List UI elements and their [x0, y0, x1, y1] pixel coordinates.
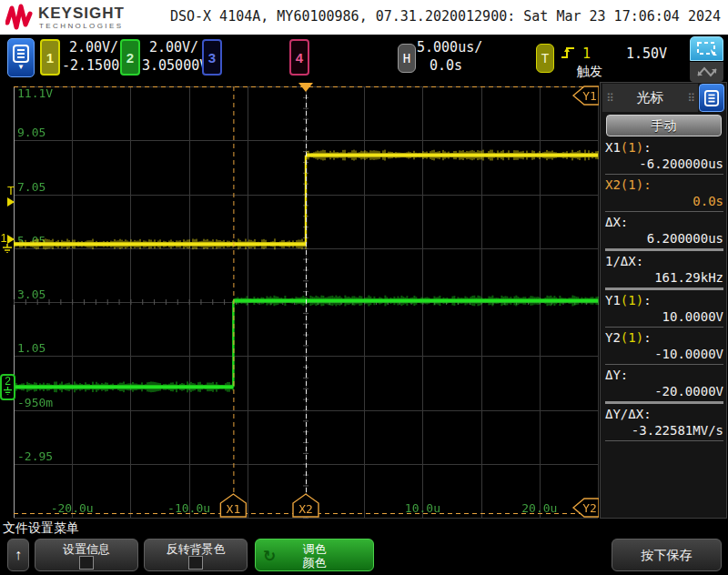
cursor-row: Y1(1):10.0000V — [605, 292, 723, 328]
channel1-marker-arrow-icon — [7, 235, 15, 244]
cursor-panel-header[interactable]: ⠿ 光标 ⠿ — [602, 84, 698, 112]
cursor-mode-button[interactable]: 手动 — [606, 115, 722, 136]
cursor-row-value: -10.0000V — [605, 346, 723, 362]
keysight-logo: KEYSIGHT TECHNOLOGIES — [5, 3, 187, 32]
waveform-pan-button[interactable] — [690, 62, 723, 82]
row-separator — [605, 401, 723, 404]
cursor-row-value: 6.200000us — [605, 230, 723, 247]
row-separator — [605, 174, 723, 175]
cursor-readouts: X1(1):-6.200000usX2(1):0.0sΔX:6.200000us… — [605, 139, 723, 443]
cursor-row-label: ΔY/ΔX: — [605, 406, 723, 422]
channel2-scale: 2.00V/ — [142, 38, 206, 56]
brand-subtitle: TECHNOLOGIES — [39, 22, 123, 30]
instrument-title: DSO-X 4104A, MY60100986, 07.31.202001290… — [170, 8, 721, 25]
softkey-menu-title: 文件设置菜单 — [3, 520, 79, 537]
cursor-row-label: ΔY: — [605, 367, 723, 383]
status-bar: ▼ 1 2.00V/ -2.15000V 2 2.00V/ 3.05000V 3… — [0, 35, 728, 82]
trigger-source: 1 — [582, 45, 591, 62]
cursor-row-value: -20.0000V — [605, 383, 723, 399]
cursor-row-label: Y1(1): — [605, 292, 723, 308]
menu-up-button[interactable]: ↑ — [7, 539, 29, 571]
channel2-ground-marker[interactable]: 2 — [0, 374, 15, 400]
channel1-ground-marker[interactable]: 1 — [0, 233, 15, 254]
cursor-row: 1/ΔX:161.29kHz — [605, 253, 723, 290]
cursor-row: X1(1):-6.200000us — [605, 139, 723, 175]
waveform-display[interactable] — [7, 82, 599, 519]
horizontal-button[interactable]: H — [398, 44, 416, 73]
channel1-offset: -2.15000V — [62, 56, 126, 75]
cursor-row: ΔY/ΔX:-3.22581MV/s — [605, 406, 723, 441]
channel1-scale: 2.00V/ — [62, 38, 126, 56]
rising-edge-icon — [561, 45, 575, 63]
softkey-bar: 文件设置菜单 ↑ 设置信息 反转背景色 ↻ 调色 颜色 按下保存 — [0, 519, 728, 575]
channel1-settings[interactable]: 2.00V/ -2.15000V — [62, 38, 126, 75]
cursor-row-value: -3.22581MV/s — [605, 422, 723, 439]
cursor-menu-button[interactable] — [699, 84, 724, 112]
cursor-row-value: 161.29kHz — [605, 269, 723, 286]
cursor-row: Y2(1):-10.0000V — [605, 329, 723, 365]
row-separator — [605, 327, 723, 328]
palette-label-line1: 调色 — [256, 542, 373, 556]
channel4-button[interactable]: 4 — [289, 39, 309, 76]
cursor-row-label: 1/ΔX: — [605, 253, 723, 269]
ground-icon — [3, 387, 13, 395]
zigzag-arrows-icon — [695, 66, 719, 78]
trigger-mode-label: 触发 — [577, 64, 602, 80]
cursor-row: ΔX:6.200000us — [605, 214, 723, 251]
selection-tool-button[interactable] — [690, 36, 723, 61]
trigger-level-marker[interactable]: T — [5, 186, 17, 207]
palette-color-button[interactable]: ↻ 调色 颜色 — [255, 539, 374, 571]
channel2-offset: 3.05000V — [142, 56, 206, 75]
row-separator — [605, 440, 723, 441]
selection-rect-icon — [696, 41, 718, 57]
setup-info-checkbox[interactable] — [79, 556, 94, 570]
invert-background-button[interactable]: 反转背景色 — [144, 539, 248, 571]
row-separator — [605, 288, 723, 290]
caret-down-icon: ▼ — [17, 63, 25, 71]
brand-name: KEYSIGHT — [38, 5, 125, 23]
keysight-spark-icon — [5, 3, 33, 32]
setup-info-button[interactable]: 设置信息 — [35, 539, 138, 571]
channel3-button[interactable]: 3 — [202, 39, 222, 76]
row-separator — [605, 364, 723, 365]
channel2-settings[interactable]: 2.00V/ 3.05000V — [142, 38, 206, 75]
ground-icon — [2, 244, 13, 253]
palette-label-line2: 颜色 — [256, 556, 373, 570]
cursor-row: ΔY:-20.0000V — [605, 367, 723, 404]
cursor-panel-title: 光标 — [637, 89, 664, 106]
drag-grip-icon: ⠿ — [606, 92, 613, 105]
cursor-row-label: X1(1): — [605, 139, 723, 156]
cursor-row: X2(1):0.0s — [605, 177, 723, 212]
trigger-level: 1.50V — [626, 45, 667, 62]
channel1-button[interactable]: 1 — [40, 39, 60, 76]
cursor-row-label: X2(1): — [605, 177, 723, 193]
timebase-scale: 5.000us/ — [417, 38, 475, 56]
channel2-marker-number: 2 — [5, 375, 11, 388]
timebase-delay: 0.0s — [417, 56, 475, 75]
header-bar: KEYSIGHT TECHNOLOGIES DSO-X 4104A, MY601… — [0, 0, 728, 35]
channel2-button[interactable]: 2 — [120, 39, 140, 76]
main-menu-button[interactable]: ▼ — [7, 38, 35, 77]
drag-grip-icon: ⠿ — [687, 92, 694, 105]
cursor-row-value: 0.0s — [605, 193, 723, 209]
trigger-button[interactable]: T — [536, 44, 554, 73]
cursor-row-value: -6.200000us — [605, 156, 723, 172]
trigger-marker-arrow-icon — [7, 197, 15, 207]
trigger-marker-letter: T — [7, 184, 15, 197]
press-to-save-button[interactable]: 按下保存 — [612, 539, 722, 571]
horizontal-settings[interactable]: 5.000us/ 0.0s — [417, 38, 475, 75]
cursor-row-label: Y2(1): — [605, 329, 723, 346]
menu-list-icon — [13, 45, 29, 63]
cursor-row-value: 10.0000V — [605, 308, 723, 325]
row-separator — [605, 248, 723, 251]
invert-background-checkbox[interactable] — [188, 556, 203, 570]
menu-list-icon — [704, 90, 719, 106]
row-separator — [605, 211, 723, 212]
up-arrow-icon: ↑ — [15, 547, 22, 562]
cursor-panel: ⠿ 光标 ⠿ 手动 X1(1):-6.200000usX2(1):0.0sΔX:… — [600, 82, 727, 519]
cursor-row-label: ΔX: — [605, 214, 723, 230]
